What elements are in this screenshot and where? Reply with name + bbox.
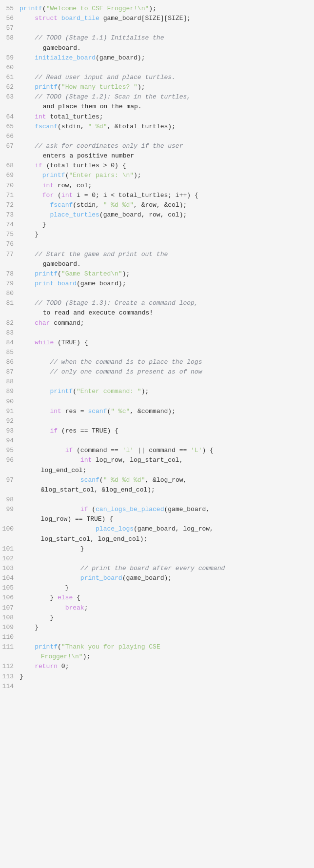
code-line: 107 break; [0, 603, 314, 613]
line-content: printf("Game Started\n"); [20, 269, 130, 279]
line-number: 59 [2, 53, 20, 63]
line-number: 106 [2, 593, 20, 603]
code-line: 109 } [0, 623, 314, 632]
code-line: 64 int total_turtles; [0, 112, 314, 122]
code-line: 105 } [0, 583, 314, 593]
code-line: 55printf("Welcome to CSE Frogger!\n"); [0, 4, 314, 14]
line-number: 64 [2, 112, 20, 122]
line-content: fscanf(stdin, " %d %d", &row, &col); [20, 200, 187, 210]
line-content: } [20, 544, 84, 554]
line-number: 70 [2, 181, 20, 191]
line-number: 66 [2, 132, 20, 141]
code-line: 67 // ask for coordinates only if the us… [0, 141, 314, 161]
line-content: // ask for coordinates only if the user … [20, 141, 183, 161]
line-number: 105 [2, 583, 20, 593]
line-content: int total_turtles; [20, 112, 103, 122]
line-number: 93 [2, 426, 20, 436]
line-number: 62 [2, 82, 20, 92]
code-line: 88 [0, 377, 314, 387]
code-line: 84 while (TRUE) { [0, 338, 314, 348]
line-content: // when the command is to place the logs [20, 357, 202, 367]
code-line: 100 place_logs(game_board, log_row, log_… [0, 524, 314, 544]
line-content: // Start the game and print out the game… [20, 250, 168, 269]
line-content: printf("Enter command: "); [20, 387, 149, 396]
line-number: 60 [2, 63, 20, 73]
line-number: 56 [2, 14, 20, 23]
line-number: 85 [2, 348, 20, 357]
line-number: 113 [2, 672, 20, 682]
line-content: int row, col; [20, 181, 92, 191]
code-line: 73 place_turtles(game_board, row, col); [0, 210, 314, 220]
line-number: 57 [2, 23, 20, 33]
code-line: 57 [0, 23, 314, 33]
line-number: 65 [2, 122, 20, 132]
code-line: 93 if (res == TRUE) { [0, 426, 314, 436]
code-line: 112 return 0; [0, 662, 314, 671]
code-line: 80 [0, 289, 314, 298]
code-line: 74 } [0, 220, 314, 230]
code-line: 70 int row, col; [0, 181, 314, 191]
code-line: 96 int log_row, log_start_col, log_end_c… [0, 455, 314, 475]
line-content: // TODO (Stage 1.3): Create a command lo… [20, 298, 198, 318]
line-number: 114 [2, 682, 20, 691]
line-number: 91 [2, 407, 20, 416]
code-line: 62 printf("How many turtles? "); [0, 82, 314, 92]
line-number: 86 [2, 357, 20, 367]
line-number: 84 [2, 338, 20, 348]
code-line: 114 [0, 682, 314, 691]
line-number: 69 [2, 171, 20, 180]
line-number: 67 [2, 141, 20, 151]
line-number: 81 [2, 298, 20, 308]
code-line: 77 // Start the game and print out the g… [0, 250, 314, 269]
line-content: initialize_board(game_board); [20, 53, 145, 63]
line-number: 92 [2, 416, 20, 426]
line-content: int log_row, log_start_col, log_end_col; [20, 455, 183, 475]
line-content: char command; [20, 318, 84, 328]
line-number: 87 [2, 367, 20, 377]
line-number: 94 [2, 436, 20, 446]
line-number: 96 [2, 455, 20, 465]
line-number: 97 [2, 475, 20, 485]
code-line: 81 // TODO (Stage 1.3): Create a command… [0, 298, 314, 318]
code-line: 104 print_board(game_board); [0, 573, 314, 583]
line-number: 101 [2, 544, 20, 554]
line-content: int res = scanf(" %c", &command); [20, 407, 176, 416]
line-number: 82 [2, 318, 20, 328]
line-number: 107 [2, 603, 20, 613]
line-content: // Read user input and place turtles. [20, 73, 176, 82]
code-line: 71 for (int i = 0; i < total_turtles; i+… [0, 191, 314, 200]
line-content: place_turtles(game_board, row, col); [20, 210, 187, 220]
code-line: 63 // TODO (Stage 1.2): Scan in the turt… [0, 92, 314, 112]
line-content: scanf(" %d %d %d", &log_row, &log_start_… [20, 475, 187, 495]
code-line: 76 [0, 239, 314, 249]
code-line: 108 } [0, 613, 314, 623]
code-line: 65 fscanf(stdin, " %d", &total_turtles); [0, 122, 314, 132]
code-line: 61 // Read user input and place turtles. [0, 73, 314, 82]
line-number: 111 [2, 642, 20, 652]
code-viewer: 55printf("Welcome to CSE Frogger!\n");56… [0, 0, 314, 868]
line-content: struct board_tile game_board[SIZE][SIZE]… [20, 14, 191, 23]
line-number: 88 [2, 377, 20, 387]
line-content: if (total_turtles > 0) { [20, 161, 126, 171]
line-number: 83 [2, 328, 20, 338]
line-number: 102 [2, 554, 20, 564]
line-content: printf("Welcome to CSE Frogger!\n"); [20, 4, 157, 14]
code-line: 56 struct board_tile game_board[SIZE][SI… [0, 14, 314, 23]
line-number: 100 [2, 524, 20, 534]
code-line: 79 print_board(game_board); [0, 279, 314, 289]
line-number: 95 [2, 446, 20, 455]
code-line: 58 // TODO (Stage 1.1) Initialise the ga… [0, 33, 314, 53]
line-number: 71 [2, 191, 20, 200]
code-line: 106 } else { [0, 593, 314, 603]
line-content: } [20, 623, 39, 632]
line-number: 104 [2, 573, 20, 583]
line-content: if (res == TRUE) { [20, 426, 118, 436]
line-content: printf("Enter pairs: \n"); [20, 171, 141, 180]
code-line: 99 if (can_logs_be_placed(game_board, lo… [0, 505, 314, 524]
line-number: 90 [2, 397, 20, 407]
line-content: } [20, 230, 39, 239]
line-content: print_board(game_board); [20, 279, 126, 289]
code-line: 69 printf("Enter pairs: \n"); [0, 171, 314, 180]
line-number: 68 [2, 161, 20, 171]
line-content: } [20, 583, 69, 593]
